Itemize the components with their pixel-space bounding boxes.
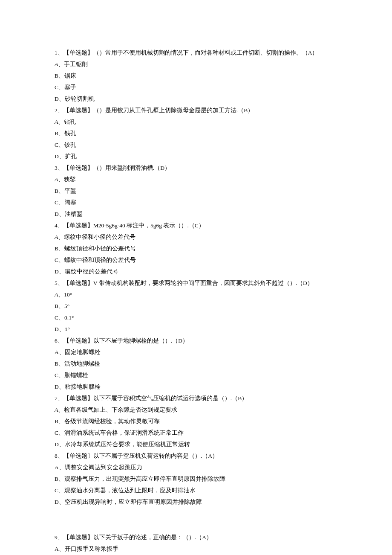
q4-option-c: C、螺纹中径和顶径的公差代号 xyxy=(55,254,342,266)
q5-option-d: D、1° xyxy=(55,323,342,335)
document-page: 1、【单选题】（）常用于不便用机械切割的情况下，而对各种材料或工件切断、切割的操… xyxy=(0,0,392,555)
q4-option-a: A、螺纹中径和小径的公差代号 xyxy=(55,231,342,243)
q5-option-b: B、5° xyxy=(55,300,342,312)
q4-stem: 4、【单选题】M20-5g6g-40 标注中，5g6g 表示（）.（C） xyxy=(55,220,342,231)
q6-option-b: B、活动地脚螺栓 xyxy=(55,358,342,369)
q5-stem: 5、【单选题】V 带传动机构装配时，要求两轮的中间平面重合，因而要求其斜角不超过… xyxy=(55,277,342,289)
option-letter-a: A xyxy=(55,291,58,298)
q7-option-c: C、润滑油系统试车合格，保证润滑系统正常工作 xyxy=(55,427,342,439)
option-text: 、钻孔 xyxy=(58,119,76,125)
q7-stem: 7、【单选题】以下不屉于容积式空气压缩机的试运行选项的是（）.（B） xyxy=(55,392,342,404)
q6-stem: 6、【单选题】以下不屉于地脚螺栓的是（）.（D） xyxy=(55,335,342,346)
q2-stem: 2、【单选题】（）是用铰刀从工件孔壁上切除微母金屉层的加工方法.（B） xyxy=(55,105,342,116)
section-gap xyxy=(55,508,342,532)
q3-option-c: C、阔塞 xyxy=(55,197,342,208)
q1-option-b: B、锯床 xyxy=(55,70,342,81)
option-letter-a: A xyxy=(55,61,58,67)
q6-option-d: D、粘接地脚腺栓 xyxy=(55,381,342,392)
q7-option-b: B、各级节流阀经校验，其动作灵敏可靠 xyxy=(55,416,342,427)
q3-option-d: D、油槽錾 xyxy=(55,208,342,220)
option-text: 、10° xyxy=(58,291,72,298)
option-text: 、螺纹中径和小径的公差代号 xyxy=(58,234,135,240)
q1-stem: 1、【单选题】（）常用于不便用机械切割的情况下，而对各种材料或工件切断、切割的操… xyxy=(55,47,342,58)
q4-option-d: D、嚷纹中径的公差代号 xyxy=(55,266,342,277)
q6-option-c: C、胀锚螺栓 xyxy=(55,369,342,381)
q7-option-a: A、检直各级气缸上、下余隙是否达到规定要求 xyxy=(55,404,342,416)
q8-option-a: A、调整安全阀达到安全起跳压力 xyxy=(55,462,342,473)
q8-option-c: C、观察油水分离器，液位达到上限时，应及时排油水 xyxy=(55,485,342,496)
option-text: 、手工锯削 xyxy=(58,61,88,67)
q3-option-b: B、平錾 xyxy=(55,185,342,197)
q1-option-a: A、手工锯削 xyxy=(55,58,342,70)
q2-option-a: A、钻孔 xyxy=(55,116,342,128)
q2-option-c: C、铰孔 xyxy=(55,139,342,151)
q7-option-d: D、水冷却系统试压符合要求，能使压缩机正常运转 xyxy=(55,439,342,450)
q3-stem: 3、【单选题】（）用来錾削润滑油槽.（D） xyxy=(55,162,342,174)
q1-option-d: D、砂轮切割机 xyxy=(55,93,342,105)
option-letter-a: A xyxy=(55,119,58,125)
q4-option-b: B、螺纹顶径和小径的公差代号 xyxy=(55,243,342,254)
q8-stem: 8、【单选题〕以下不属于空压机负荷运转的内容是（）.（A） xyxy=(55,450,342,462)
q9-option-a: A、开口扳手又称呆扳手 xyxy=(55,543,342,555)
q5-option-a: A、10° xyxy=(55,289,342,300)
q9-stem: 9、【单选题】以下关于扳手的论述，正确的是：（）.（A） xyxy=(55,532,342,543)
option-text: 、检直各级气缸上、下余隙是否达到规定要求 xyxy=(58,407,177,413)
q8-option-d: D、空压机出现异响时，应立即停车直明原因并排除故障 xyxy=(55,496,342,508)
q8-option-b: B、观察排气压力，出现突然升高应立即停车直明原因并排除故障 xyxy=(55,473,342,485)
q2-option-b: B、钱孔 xyxy=(55,128,342,139)
q5-option-c: C、0.1° xyxy=(55,312,342,323)
option-text: 、狭錾 xyxy=(58,176,76,183)
q2-option-d: D、扩孔 xyxy=(55,151,342,162)
q3-option-a: A、狭錾 xyxy=(55,174,342,185)
option-letter-a: A xyxy=(55,234,58,240)
q1-option-c: C、塞子 xyxy=(55,81,342,93)
q6-option-a: A、固定地脚螺栓 xyxy=(55,346,342,358)
option-letter-a: A xyxy=(55,407,58,413)
option-letter-a: A xyxy=(55,176,58,183)
